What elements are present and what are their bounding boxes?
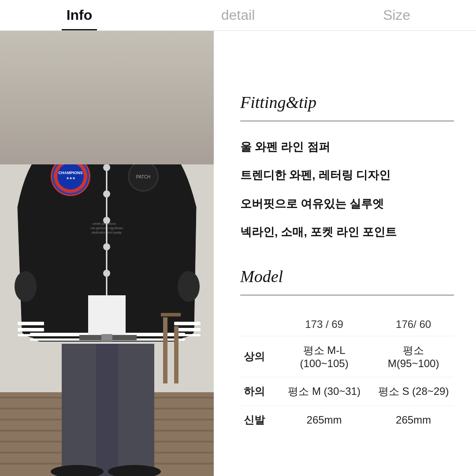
svg-rect-43 — [174, 322, 201, 325]
model-divider — [240, 295, 454, 295]
svg-rect-60 — [174, 326, 178, 383]
fitting-item-2: 트렌디한 와펜, 레터링 디자인 — [240, 167, 454, 183]
tab-size[interactable]: Size — [317, 0, 476, 30]
svg-rect-51 — [96, 344, 118, 476]
svg-rect-10 — [9, 99, 203, 102]
svg-rect-2 — [9, 35, 203, 39]
svg-point-22 — [82, 86, 131, 139]
model-title: Model — [240, 267, 454, 286]
svg-rect-50 — [101, 334, 112, 341]
row-top-col2: 평소 M(95~100) — [373, 336, 454, 377]
table-row: 신발 265mm 265mm — [240, 405, 454, 434]
row-shoes-col1: 265mm — [275, 405, 373, 434]
table-row: 상의 평소 M-L (100~105) 평소 M(95~100) — [240, 336, 454, 377]
tab-navigation: Info detail Size — [0, 0, 476, 31]
fitting-list: 울 와펜 라인 점퍼 트렌디한 와펜, 레터링 디자인 오버핏으로 여유있는 실… — [240, 139, 454, 240]
svg-rect-61 — [161, 313, 181, 316]
tab-detail-label: detail — [221, 7, 255, 23]
svg-text:CHAMPIONS: CHAMPIONS — [58, 171, 82, 175]
fitting-item-1: 울 와펜 라인 점퍼 — [240, 139, 454, 155]
svg-rect-12 — [9, 115, 203, 118]
svg-rect-11 — [9, 107, 203, 110]
svg-rect-41 — [18, 328, 44, 331]
row-label-shoes: 신발 — [240, 405, 275, 434]
svg-point-28 — [103, 243, 110, 250]
svg-text:can generate significant: can generate significant — [90, 227, 123, 230]
svg-point-26 — [103, 190, 110, 197]
fitting-divider — [240, 121, 454, 121]
tab-detail[interactable]: detail — [159, 0, 317, 30]
row-bottom-col2: 평소 S (28~29) — [373, 377, 454, 405]
row-top-col1: 평소 M-L (100~105) — [275, 336, 373, 377]
row-shoes-col2: 265mm — [373, 405, 454, 434]
svg-rect-7 — [9, 75, 203, 78]
fitting-title: Fitting&tip — [240, 93, 454, 112]
svg-point-53 — [178, 271, 200, 302]
fitting-item-3: 오버핏으로 여유있는 실루엣 — [240, 196, 454, 212]
svg-rect-40 — [18, 322, 44, 325]
svg-rect-3 — [9, 43, 203, 47]
svg-rect-48 — [88, 295, 126, 339]
tab-info-label: Info — [67, 7, 93, 23]
table-row: 하의 평소 M (30~31) 평소 S (28~29) — [240, 377, 454, 405]
svg-rect-23 — [98, 134, 115, 148]
svg-rect-8 — [9, 83, 203, 86]
product-image-area: CHAMPIONS ★★★ PATCH — [0, 31, 214, 476]
svg-rect-9 — [9, 91, 203, 94]
row-label-top: 상의 — [240, 336, 275, 377]
info-area: Fitting&tip 울 와펜 라인 점퍼 트렌디한 와펜, 레터링 디자인 … — [214, 31, 476, 476]
model-col-1: 173 / 69 — [275, 313, 373, 336]
model-section: Model 173 / 69 176/ 60 상의 평소 M-L (100~10… — [240, 267, 454, 434]
svg-text:PATCH: PATCH — [136, 175, 150, 179]
svg-text:★★★: ★★★ — [66, 176, 75, 180]
model-table-header-row: 173 / 69 176/ 60 — [240, 313, 454, 336]
row-bottom-col1: 평소 M (30~31) — [275, 377, 373, 405]
fitting-item-4: 넥라인, 소매, 포켓 라인 포인트 — [240, 224, 454, 240]
svg-text:dedication and loyalty,: dedication and loyalty, — [92, 231, 122, 234]
svg-rect-4 — [9, 51, 203, 55]
svg-text:while promises: while promises — [93, 222, 116, 226]
product-photo: CHAMPIONS ★★★ PATCH — [0, 31, 214, 476]
svg-point-29 — [103, 270, 110, 277]
model-table: 173 / 69 176/ 60 상의 평소 M-L (100~105) 평소 … — [240, 313, 454, 434]
svg-rect-5 — [9, 59, 203, 63]
row-label-bottom: 하의 — [240, 377, 275, 405]
main-content: CHAMPIONS ★★★ PATCH — [0, 31, 476, 476]
svg-rect-6 — [9, 67, 203, 71]
jacket-svg: CHAMPIONS ★★★ PATCH — [0, 31, 214, 476]
svg-point-25 — [103, 164, 110, 171]
tab-size-label: Size — [383, 7, 410, 23]
fitting-section: Fitting&tip 울 와펜 라인 점퍼 트렌디한 와펜, 레터링 디자인 … — [240, 93, 454, 240]
model-col-2: 176/ 60 — [373, 313, 454, 336]
model-col-label — [240, 313, 275, 336]
svg-rect-1 — [0, 31, 214, 119]
svg-point-52 — [15, 271, 37, 302]
tab-info[interactable]: Info — [0, 0, 159, 30]
svg-rect-59 — [163, 317, 167, 383]
